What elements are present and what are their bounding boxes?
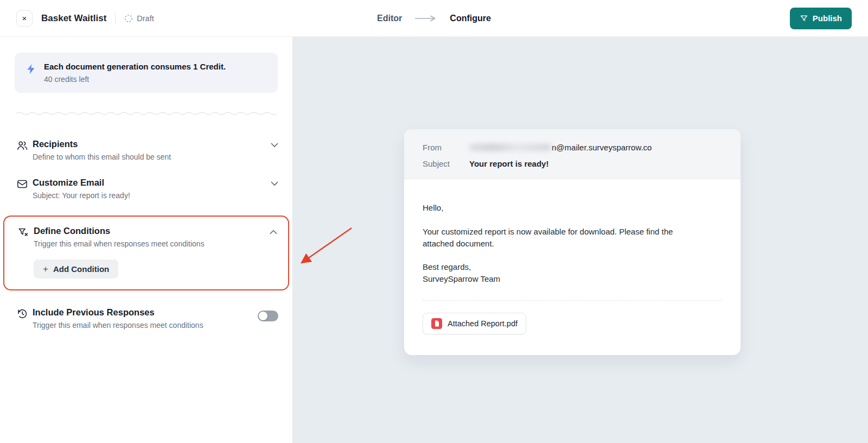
status-label: Draft	[137, 14, 154, 23]
email-greeting: Hello,	[423, 202, 722, 214]
email-signoff-line1: Best regards,	[423, 261, 722, 273]
close-button[interactable]: ×	[16, 10, 33, 27]
attachment-name: Attached Report.pdf	[448, 318, 518, 330]
section-subtitle: Trigger this email when responses meet c…	[33, 321, 258, 330]
include-previous-toggle[interactable]	[258, 311, 278, 321]
email-preview-card: From n@mailer.surveysparrow.co Subject Y…	[404, 129, 741, 355]
toggle-knob	[259, 312, 267, 320]
conditions-filter-icon	[17, 226, 29, 238]
title-divider	[115, 12, 116, 24]
section-title: Define Conditions	[34, 226, 270, 236]
preview-panel: From n@mailer.surveysparrow.co Subject Y…	[293, 37, 868, 443]
attachment-chip[interactable]: Attached Report.pdf	[423, 313, 526, 334]
add-condition-label: Add Condition	[53, 264, 109, 274]
credit-banner: Each document generation consumes 1 Cred…	[15, 53, 278, 93]
from-value: n@mailer.surveysparrow.co	[469, 143, 652, 152]
chevron-down-icon[interactable]	[271, 143, 278, 148]
define-conditions-highlight: Define Conditions Trigger this email whe…	[3, 216, 289, 290]
section-subtitle: Trigger this email when responses meet c…	[34, 239, 270, 248]
history-icon	[16, 308, 28, 320]
attachment-divider	[423, 300, 722, 301]
section-recipients[interactable]: Recipients Define to whom this email sho…	[0, 131, 292, 169]
config-sidebar: Each document generation consumes 1 Cred…	[0, 37, 293, 443]
status-badge: Draft	[124, 14, 154, 23]
section-title: Customize Email	[33, 178, 271, 188]
email-body: Hello, Your customized report is now ava…	[404, 179, 741, 355]
from-row: From n@mailer.surveysparrow.co	[423, 143, 722, 152]
nav-configure[interactable]: Configure	[450, 14, 491, 23]
funnel-icon	[800, 14, 808, 23]
email-paragraph: Your customized report is now available …	[423, 226, 697, 250]
email-signoff-line2: SurveySparrow Team	[423, 273, 722, 285]
pdf-icon	[431, 318, 442, 329]
top-bar: × Basket Waitlist Draft Editor Configure…	[0, 0, 868, 37]
red-annotation-arrow	[293, 223, 360, 274]
section-define-conditions[interactable]: Define Conditions Trigger this email whe…	[4, 218, 288, 256]
section-include-previous-responses: Include Previous Responses Trigger this …	[0, 299, 292, 338]
credit-banner-title: Each document generation consumes 1 Cred…	[44, 62, 267, 71]
draft-dashed-circle-icon	[124, 14, 133, 23]
subject-value: Your report is ready!	[469, 159, 548, 168]
recipients-users-icon	[16, 140, 28, 151]
add-condition-button[interactable]: + Add Condition	[34, 260, 118, 279]
subject-label: Subject	[423, 159, 469, 168]
section-title: Include Previous Responses	[33, 307, 258, 318]
redacted-sender	[469, 144, 551, 151]
email-header: From n@mailer.surveysparrow.co Subject Y…	[404, 129, 741, 179]
nav-editor[interactable]: Editor	[377, 14, 402, 23]
section-title: Recipients	[33, 139, 271, 149]
chevron-down-icon[interactable]	[271, 181, 278, 186]
publish-button[interactable]: Publish	[790, 8, 852, 29]
wavy-divider	[16, 111, 277, 116]
arrow-right-icon	[414, 15, 438, 22]
plus-icon: +	[43, 264, 48, 274]
breadcrumb: Editor Configure	[377, 0, 491, 37]
credit-banner-subtitle: 40 credits left	[44, 75, 267, 84]
chevron-up-icon[interactable]	[270, 230, 277, 235]
section-subtitle: Define to whom this email should be sent	[33, 153, 271, 161]
lightning-icon	[25, 63, 37, 75]
publish-label: Publish	[813, 14, 842, 23]
page-title: Basket Waitlist	[41, 13, 106, 24]
subject-row: Subject Your report is ready!	[423, 159, 722, 168]
email-icon	[16, 178, 28, 190]
from-label: From	[423, 143, 469, 152]
close-icon: ×	[22, 14, 27, 22]
sender-domain: n@mailer.surveysparrow.co	[552, 143, 652, 152]
section-subtitle: Subject: Your report is ready!	[33, 191, 271, 200]
section-customize-email[interactable]: Customize Email Subject: Your report is …	[0, 169, 292, 208]
